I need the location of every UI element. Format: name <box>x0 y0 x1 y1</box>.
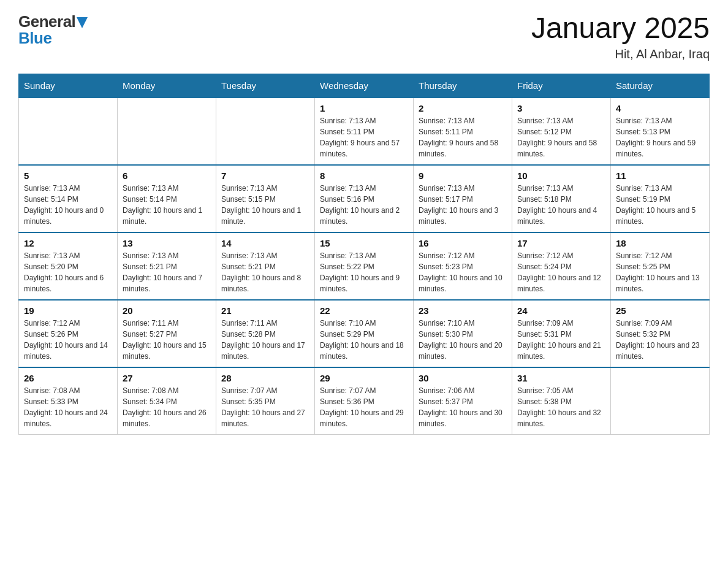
day-info: Sunrise: 7:13 AMSunset: 5:14 PMDaylight:… <box>24 183 112 227</box>
title-section: January 2025 Hit, Al Anbar, Iraq <box>531 12 710 61</box>
week-row-2: 5Sunrise: 7:13 AMSunset: 5:14 PMDaylight… <box>19 165 710 232</box>
table-cell: 8Sunrise: 7:13 AMSunset: 5:16 PMDaylight… <box>315 165 414 232</box>
table-cell: 17Sunrise: 7:12 AMSunset: 5:24 PMDayligh… <box>512 232 611 300</box>
day-info: Sunrise: 7:13 AMSunset: 5:12 PMDaylight:… <box>517 115 605 159</box>
table-cell: 19Sunrise: 7:12 AMSunset: 5:26 PMDayligh… <box>19 300 118 367</box>
day-info: Sunrise: 7:13 AMSunset: 5:17 PMDaylight:… <box>419 183 507 227</box>
day-info: Sunrise: 7:11 AMSunset: 5:27 PMDaylight:… <box>123 318 211 362</box>
day-info: Sunrise: 7:13 AMSunset: 5:21 PMDaylight:… <box>123 250 211 294</box>
day-number: 2 <box>419 103 507 113</box>
table-cell: 4Sunrise: 7:13 AMSunset: 5:13 PMDaylight… <box>611 98 710 165</box>
day-info: Sunrise: 7:13 AMSunset: 5:16 PMDaylight:… <box>320 183 408 227</box>
day-number: 11 <box>616 170 704 181</box>
day-number: 25 <box>616 305 704 316</box>
day-info: Sunrise: 7:08 AMSunset: 5:33 PMDaylight:… <box>24 385 112 429</box>
header-friday: Friday <box>512 74 611 98</box>
table-cell: 10Sunrise: 7:13 AMSunset: 5:18 PMDayligh… <box>512 165 611 232</box>
table-cell: 28Sunrise: 7:07 AMSunset: 5:35 PMDayligh… <box>216 367 315 435</box>
table-cell: 22Sunrise: 7:10 AMSunset: 5:29 PMDayligh… <box>315 300 414 367</box>
day-number: 27 <box>123 373 211 383</box>
table-cell: 11Sunrise: 7:13 AMSunset: 5:19 PMDayligh… <box>611 165 710 232</box>
table-cell <box>118 98 216 165</box>
week-row-4: 19Sunrise: 7:12 AMSunset: 5:26 PMDayligh… <box>19 300 710 367</box>
logo: General Blue <box>18 12 88 48</box>
day-info: Sunrise: 7:09 AMSunset: 5:32 PMDaylight:… <box>616 318 704 362</box>
day-info: Sunrise: 7:13 AMSunset: 5:11 PMDaylight:… <box>320 115 408 159</box>
day-number: 16 <box>419 238 507 248</box>
day-info: Sunrise: 7:12 AMSunset: 5:23 PMDaylight:… <box>419 250 507 294</box>
logo-triangle-icon <box>77 17 88 28</box>
day-number: 17 <box>517 238 605 248</box>
day-number: 15 <box>320 238 408 248</box>
table-cell <box>611 367 710 435</box>
day-info: Sunrise: 7:13 AMSunset: 5:20 PMDaylight:… <box>24 250 112 294</box>
table-cell: 26Sunrise: 7:08 AMSunset: 5:33 PMDayligh… <box>19 367 118 435</box>
day-info: Sunrise: 7:13 AMSunset: 5:14 PMDaylight:… <box>123 183 211 227</box>
day-info: Sunrise: 7:13 AMSunset: 5:19 PMDaylight:… <box>616 183 704 227</box>
page-header: General Blue January 2025 Hit, Al Anbar,… <box>18 12 710 61</box>
day-info: Sunrise: 7:13 AMSunset: 5:18 PMDaylight:… <box>517 183 605 227</box>
day-info: Sunrise: 7:07 AMSunset: 5:36 PMDaylight:… <box>320 385 408 429</box>
day-number: 24 <box>517 305 605 316</box>
day-number: 31 <box>517 373 605 383</box>
day-number: 1 <box>320 103 408 113</box>
table-cell: 12Sunrise: 7:13 AMSunset: 5:20 PMDayligh… <box>19 232 118 300</box>
table-cell: 24Sunrise: 7:09 AMSunset: 5:31 PMDayligh… <box>512 300 611 367</box>
day-number: 9 <box>419 170 507 181</box>
week-row-1: 1Sunrise: 7:13 AMSunset: 5:11 PMDaylight… <box>19 98 710 165</box>
week-row-3: 12Sunrise: 7:13 AMSunset: 5:20 PMDayligh… <box>19 232 710 300</box>
day-info: Sunrise: 7:12 AMSunset: 5:26 PMDaylight:… <box>24 318 112 362</box>
day-number: 21 <box>221 305 309 316</box>
day-info: Sunrise: 7:06 AMSunset: 5:37 PMDaylight:… <box>419 385 507 429</box>
header-sunday: Sunday <box>19 74 118 98</box>
day-info: Sunrise: 7:13 AMSunset: 5:22 PMDaylight:… <box>320 250 408 294</box>
day-info: Sunrise: 7:08 AMSunset: 5:34 PMDaylight:… <box>123 385 211 429</box>
day-number: 10 <box>517 170 605 181</box>
day-number: 23 <box>419 305 507 316</box>
week-row-5: 26Sunrise: 7:08 AMSunset: 5:33 PMDayligh… <box>19 367 710 435</box>
logo-blue-text: Blue <box>18 29 51 48</box>
table-cell: 16Sunrise: 7:12 AMSunset: 5:23 PMDayligh… <box>414 232 512 300</box>
calendar-subtitle: Hit, Al Anbar, Iraq <box>531 47 710 61</box>
header-wednesday: Wednesday <box>315 74 414 98</box>
table-cell: 7Sunrise: 7:13 AMSunset: 5:15 PMDaylight… <box>216 165 315 232</box>
header-monday: Monday <box>118 74 216 98</box>
table-cell <box>19 98 118 165</box>
day-info: Sunrise: 7:07 AMSunset: 5:35 PMDaylight:… <box>221 385 309 429</box>
day-number: 28 <box>221 373 309 383</box>
calendar-header-row: SundayMondayTuesdayWednesdayThursdayFrid… <box>19 74 710 98</box>
day-number: 30 <box>419 373 507 383</box>
day-info: Sunrise: 7:13 AMSunset: 5:15 PMDaylight:… <box>221 183 309 227</box>
day-info: Sunrise: 7:11 AMSunset: 5:28 PMDaylight:… <box>221 318 309 362</box>
day-number: 20 <box>123 305 211 316</box>
table-cell: 9Sunrise: 7:13 AMSunset: 5:17 PMDaylight… <box>414 165 512 232</box>
table-cell: 27Sunrise: 7:08 AMSunset: 5:34 PMDayligh… <box>118 367 216 435</box>
header-tuesday: Tuesday <box>216 74 315 98</box>
table-cell: 5Sunrise: 7:13 AMSunset: 5:14 PMDaylight… <box>19 165 118 232</box>
calendar-title: January 2025 <box>531 12 710 45</box>
day-info: Sunrise: 7:13 AMSunset: 5:13 PMDaylight:… <box>616 115 704 159</box>
day-number: 6 <box>123 170 211 181</box>
day-number: 26 <box>24 373 112 383</box>
day-number: 22 <box>320 305 408 316</box>
day-info: Sunrise: 7:13 AMSunset: 5:11 PMDaylight:… <box>419 115 507 159</box>
calendar-table: SundayMondayTuesdayWednesdayThursdayFrid… <box>18 74 710 435</box>
table-cell: 25Sunrise: 7:09 AMSunset: 5:32 PMDayligh… <box>611 300 710 367</box>
day-number: 18 <box>616 238 704 248</box>
day-info: Sunrise: 7:09 AMSunset: 5:31 PMDaylight:… <box>517 318 605 362</box>
day-number: 8 <box>320 170 408 181</box>
day-number: 4 <box>616 103 704 113</box>
header-saturday: Saturday <box>611 74 710 98</box>
day-number: 7 <box>221 170 309 181</box>
svg-marker-0 <box>77 17 88 28</box>
table-cell: 18Sunrise: 7:12 AMSunset: 5:25 PMDayligh… <box>611 232 710 300</box>
day-number: 29 <box>320 373 408 383</box>
day-info: Sunrise: 7:10 AMSunset: 5:29 PMDaylight:… <box>320 318 408 362</box>
day-number: 14 <box>221 238 309 248</box>
header-thursday: Thursday <box>414 74 512 98</box>
day-info: Sunrise: 7:12 AMSunset: 5:24 PMDaylight:… <box>517 250 605 294</box>
table-cell: 13Sunrise: 7:13 AMSunset: 5:21 PMDayligh… <box>118 232 216 300</box>
day-info: Sunrise: 7:10 AMSunset: 5:30 PMDaylight:… <box>419 318 507 362</box>
day-info: Sunrise: 7:05 AMSunset: 5:38 PMDaylight:… <box>517 385 605 429</box>
table-cell: 29Sunrise: 7:07 AMSunset: 5:36 PMDayligh… <box>315 367 414 435</box>
